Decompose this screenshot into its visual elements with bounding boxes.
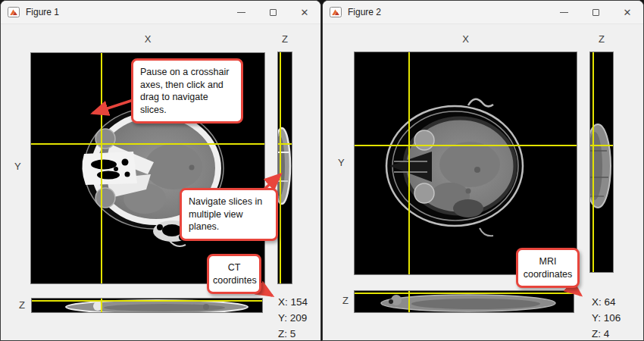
callout-mri-coordinates: MRI coordinates	[516, 248, 580, 288]
mri-sagittal-axes[interactable]	[590, 52, 613, 272]
callout-navigate-planes: Navigate slices in multiple view planes.	[180, 188, 278, 241]
close-button[interactable]: ✕	[611, 1, 643, 23]
window-title: Figure 1	[26, 7, 59, 17]
ct-coronal-axes[interactable]	[32, 299, 262, 312]
axial-x-label: X	[31, 33, 264, 45]
figure1-canvas: X Y Z Z	[1, 24, 320, 341]
minimize-button[interactable]	[548, 1, 580, 23]
matlab-icon	[8, 7, 20, 17]
window-controls: ✕	[548, 1, 643, 23]
axial-y-label: Y	[338, 157, 345, 168]
mri-coronal-axes[interactable]	[355, 291, 574, 312]
coronal-z-label: Z	[19, 299, 25, 311]
minimize-icon	[560, 12, 568, 13]
axial-y-label: Y	[14, 161, 21, 172]
crosshair-vertical[interactable]	[280, 52, 281, 283]
close-icon: ✕	[624, 8, 632, 17]
crosshair-vertical[interactable]	[408, 291, 410, 312]
crosshair-vertical[interactable]	[592, 52, 594, 272]
minimize-button[interactable]	[225, 1, 257, 23]
axial-x-label: X	[355, 33, 577, 45]
coord-x: X: 154	[278, 294, 308, 310]
mri-axial-axes[interactable]	[355, 52, 577, 274]
coord-z: Z: 5	[278, 326, 308, 341]
figure2-canvas: X Y Z Z	[323, 24, 643, 341]
matlab-icon	[330, 7, 342, 17]
ct-coordinate-readout: X: 154 Y: 209 Z: 5	[278, 294, 308, 341]
figure2-window: Figure 2 ✕ X Y Z Z	[322, 0, 644, 341]
crosshair-horizontal[interactable]	[278, 143, 292, 145]
figure1-window: Figure 1 ✕ X Y Z Z	[0, 0, 321, 341]
crosshair-horizontal[interactable]	[31, 143, 264, 145]
maximize-icon	[592, 9, 599, 16]
coord-y: Y: 209	[278, 310, 308, 326]
maximize-button[interactable]	[580, 1, 611, 23]
maximize-icon	[270, 9, 277, 16]
figure1-titlebar[interactable]: Figure 1 ✕	[1, 1, 320, 24]
sagittal-z-label: Z	[278, 33, 292, 45]
coord-z: Z: 4	[592, 326, 621, 341]
coronal-z-label: Z	[342, 295, 349, 306]
coord-y: Y: 106	[592, 310, 621, 326]
crosshair-horizontal[interactable]	[355, 145, 577, 146]
mri-coordinate-readout: X: 64 Y: 106 Z: 4	[592, 294, 621, 341]
maximize-button[interactable]	[257, 1, 289, 23]
close-button[interactable]: ✕	[289, 1, 320, 23]
callout-ct-coordinates: CT coordintes	[207, 254, 261, 294]
crosshair-vertical[interactable]	[101, 53, 102, 283]
crosshair-horizontal[interactable]	[590, 145, 613, 146]
sagittal-z-label: Z	[590, 33, 613, 45]
crosshair-vertical[interactable]	[101, 299, 102, 312]
crosshair-horizontal[interactable]	[32, 300, 262, 302]
mri-coronal-image	[355, 291, 574, 312]
callout-pause-instructions: Pause on a crosshair axes, then click an…	[131, 58, 243, 124]
ct-sagittal-axes[interactable]	[278, 52, 292, 283]
close-icon: ✕	[301, 8, 309, 17]
crosshair-horizontal[interactable]	[355, 293, 574, 294]
crosshair-vertical[interactable]	[408, 52, 410, 274]
mri-sagittal-image	[590, 52, 613, 272]
mri-axial-image	[355, 52, 577, 274]
figure2-titlebar[interactable]: Figure 2 ✕	[323, 1, 643, 24]
minimize-icon	[237, 12, 245, 13]
coord-x: X: 64	[592, 294, 621, 310]
window-controls: ✕	[225, 1, 320, 23]
window-title: Figure 2	[348, 7, 381, 17]
